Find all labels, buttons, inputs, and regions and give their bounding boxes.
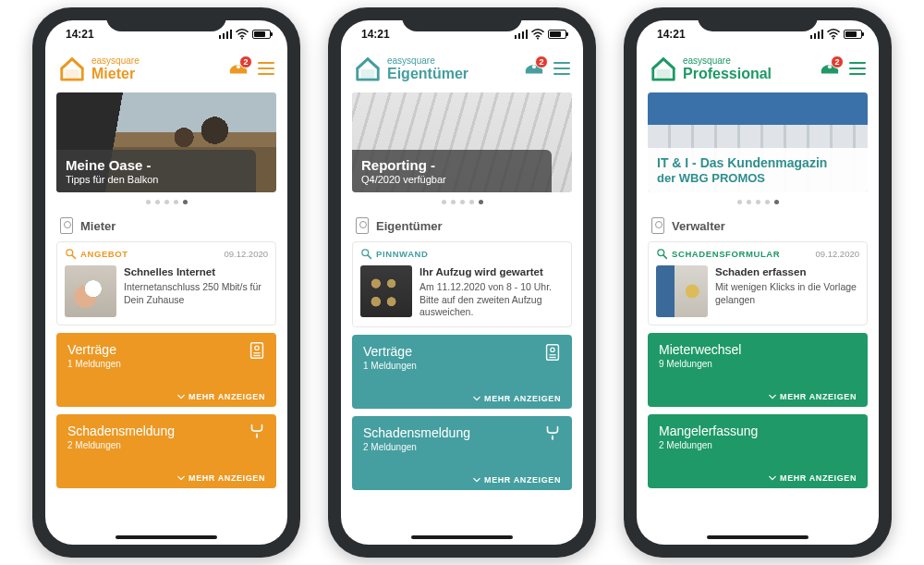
hero-title: Meine Oase - — [66, 157, 247, 173]
carousel-dots[interactable] — [637, 200, 879, 204]
hero-title: IT & I - Das Kundenmagazin — [657, 155, 858, 170]
tile-prof-0[interactable]: Mieterwechsel 9 Meldungen MEHR ANZEIGEN — [648, 333, 868, 407]
tile-more-label: MEHR ANZEIGEN — [188, 473, 265, 483]
svg-rect-19 — [657, 69, 671, 79]
tile-icon — [247, 422, 267, 442]
brand[interactable]: easysquare Mieter — [58, 55, 140, 82]
section-title: Verwalter — [672, 219, 725, 233]
svg-line-22 — [663, 255, 666, 258]
feature-card[interactable]: SCHADENSFORMULAR 09.12.2020 Schaden erfa… — [648, 241, 868, 325]
hero-subtitle: Q4/2020 verfügbar — [361, 174, 542, 185]
section-icon — [356, 217, 369, 234]
status-indicators — [515, 28, 566, 41]
svg-rect-10 — [361, 69, 375, 79]
wifi-icon — [827, 28, 840, 41]
tile-more-button[interactable]: MEHR ANZEIGEN — [659, 464, 857, 483]
feature-heading: Schaden erfassen — [715, 265, 859, 279]
hero-banner[interactable]: IT & I - Das Kundenmagazin der WBG PROMO… — [648, 92, 868, 192]
brand[interactable]: easysquare Professional — [650, 55, 772, 82]
feature-tag: SCHADENSFORMULAR — [656, 248, 780, 260]
carousel-dots[interactable] — [341, 200, 583, 204]
tile-more-button[interactable]: MEHR ANZEIGEN — [67, 464, 265, 483]
feature-body: Am 11.12.2020 von 8 - 10 Uhr. Bitte auf … — [419, 281, 564, 319]
phone-frame-mieter: 14:21 easysquare Mieter — [32, 7, 300, 558]
feature-card[interactable]: ANGEBOT 09.12.2020 Schnelles Internet In… — [56, 241, 276, 325]
feature-body: Internetanschluss 250 Mbit/s für Dein Zu… — [124, 281, 268, 306]
brand-main: Professional — [683, 67, 772, 81]
carousel-dots[interactable] — [45, 200, 287, 204]
search-icon — [65, 248, 77, 260]
notification-badge: 2 — [535, 55, 548, 68]
house-icon — [58, 55, 86, 82]
tile-mieter-0[interactable]: Verträge 1 Meldungen MEHR ANZEIGEN — [56, 333, 276, 407]
tile-more-button[interactable]: MEHR ANZEIGEN — [363, 466, 561, 485]
menu-button[interactable] — [258, 62, 274, 75]
svg-line-4 — [72, 255, 75, 258]
feature-thumbnail — [656, 265, 708, 317]
tile-title: Schadensmeldung — [363, 425, 561, 440]
chevron-down-icon — [769, 474, 776, 482]
menu-button[interactable] — [849, 62, 866, 75]
tile-mieter-1[interactable]: Schadensmeldung 2 Meldungen MEHR ANZEIGE… — [56, 414, 276, 488]
tile-icon — [542, 424, 563, 444]
brand-sub: easysquare — [683, 56, 772, 66]
brand-sub: easysquare — [387, 56, 468, 66]
svg-point-17 — [551, 348, 554, 351]
notification-badge: 2 — [831, 55, 844, 68]
svg-point-18 — [833, 38, 834, 40]
feature-tag: ANGEBOT — [65, 248, 128, 260]
feature-thumbnail — [65, 265, 116, 317]
section-header: Eigentümer — [341, 210, 583, 238]
tile-more-button[interactable]: MEHR ANZEIGEN — [659, 383, 857, 401]
status-indicators — [810, 28, 862, 41]
cellular-icon — [515, 30, 528, 39]
status-bar: 14:21 — [45, 20, 287, 48]
tile-eigen-1[interactable]: Schadensmeldung 2 Meldungen MEHR ANZEIGE… — [352, 416, 572, 490]
hero-banner[interactable]: Meine Oase - Tipps für den Balkon — [56, 92, 276, 192]
feature-body: Mit wenigen Klicks in die Vorlage gelang… — [715, 281, 859, 306]
tile-title: Verträge — [67, 342, 265, 357]
svg-point-8 — [255, 346, 259, 350]
tile-more-label: MEHR ANZEIGEN — [780, 473, 857, 483]
wifi-icon — [531, 28, 544, 41]
hero-banner[interactable]: Reporting - Q4/2020 verfügbar — [352, 92, 572, 192]
app-header: easysquare Mieter 2 — [45, 48, 287, 89]
house-icon — [354, 55, 382, 82]
chevron-down-icon — [177, 474, 185, 482]
feature-card[interactable]: PINNWAND Ihr Aufzug wird gewartet Am 11.… — [352, 241, 572, 327]
tile-more-button[interactable]: MEHR ANZEIGEN — [67, 383, 265, 401]
brand-main: Mieter — [91, 67, 140, 81]
tile-more-label: MEHR ANZEIGEN — [780, 392, 857, 401]
tile-subtitle: 1 Meldungen — [363, 361, 561, 371]
hero-subtitle: der WBG PROMOS — [657, 171, 858, 185]
feature-tag: PINNWAND — [360, 248, 429, 260]
home-indicator[interactable] — [411, 535, 513, 539]
app-header: easysquare Professional 2 — [637, 48, 879, 89]
home-indicator[interactable] — [116, 535, 217, 539]
tile-title: Mangelerfassung — [659, 424, 857, 438]
section-icon — [651, 217, 664, 234]
inbox-button[interactable]: 2 — [820, 61, 840, 76]
tile-prof-1[interactable]: Mangelerfassung 2 Meldungen MEHR ANZEIGE… — [648, 414, 868, 488]
tile-subtitle: 9 Meldungen — [659, 359, 857, 369]
home-indicator[interactable] — [707, 535, 808, 539]
screen: 14:21 easysquare Mieter — [45, 20, 287, 545]
tile-subtitle: 2 Meldungen — [363, 442, 561, 452]
feature-heading: Schnelles Internet — [124, 265, 268, 279]
screen: 14:21 easysquare Eigentümer — [341, 20, 583, 545]
tile-title: Verträge — [363, 344, 561, 359]
brand[interactable]: easysquare Eigentümer — [354, 55, 468, 82]
feature-date: 09.12.2020 — [815, 249, 859, 259]
tile-eigen-0[interactable]: Verträge 1 Meldungen MEHR ANZEIGEN — [352, 335, 572, 409]
inbox-button[interactable]: 2 — [524, 61, 544, 76]
tile-more-button[interactable]: MEHR ANZEIGEN — [363, 385, 561, 403]
menu-button[interactable] — [553, 62, 570, 75]
phone-frame-prof: 14:21 easysquare Professional — [624, 7, 892, 558]
feature-tag-text: ANGEBOT — [80, 249, 128, 259]
tile-subtitle: 2 Meldungen — [659, 440, 857, 450]
app-header: easysquare Eigentümer 2 — [341, 48, 583, 89]
status-time: 14:21 — [361, 28, 390, 41]
inbox-button[interactable]: 2 — [228, 61, 249, 76]
chevron-down-icon — [473, 395, 480, 402]
svg-line-13 — [368, 255, 371, 258]
